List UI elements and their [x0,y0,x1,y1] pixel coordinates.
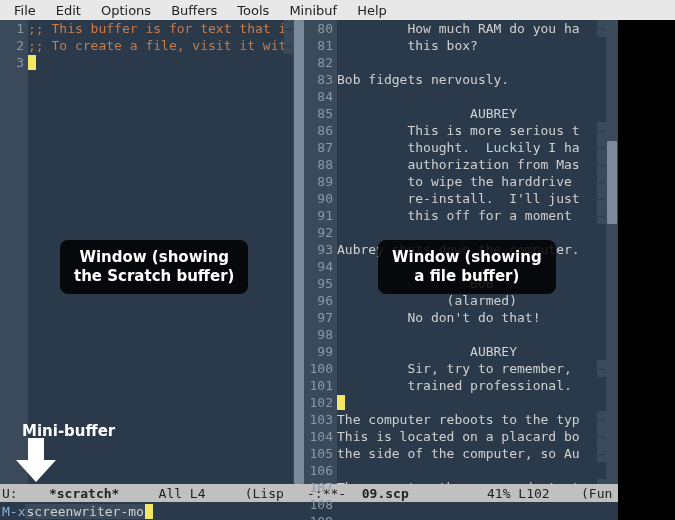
scratch-buffer-text[interactable]: ;; This buffer is for text that is→;; To… [28,20,293,484]
window-file[interactable]: 8081828384858687888990919293949596979899… [305,20,618,502]
menu-help[interactable]: Help [347,3,397,18]
minibuffer-prompt: M-x [2,504,25,519]
line-numbers-left: 123 [0,20,28,484]
scrollbar-left[interactable] [293,20,305,484]
menu-buffers[interactable]: Buffers [161,3,227,18]
buffer-name-left: *scratch* [49,486,119,501]
minibuffer-cursor [145,504,153,519]
modeline-right: -:**- 09.scp 41% L102 (Fun [305,484,618,502]
minibuffer-input[interactable]: screenwriter-mo [25,504,144,519]
menu-options[interactable]: Options [91,3,161,18]
menu-minibuf[interactable]: Minibuf [279,3,347,18]
buffer-name-right: 09.scp [362,486,409,501]
arrow-down-icon [12,436,60,484]
modeline-left: U: *scratch* All L4 (Lisp [0,484,305,502]
menu-edit[interactable]: Edit [46,3,91,18]
menu-bar: File Edit Options Buffers Tools Minibuf … [0,0,675,20]
file-buffer-text[interactable]: How much RAM do you ha→ this box?Bob fid… [337,20,606,484]
line-numbers-right: 8081828384858687888990919293949596979899… [305,20,337,484]
scrollbar-right[interactable] [606,20,618,484]
menu-tools[interactable]: Tools [227,3,279,18]
menu-file[interactable]: File [4,3,46,18]
emacs-frame: 123 ;; This buffer is for text that is→;… [0,20,618,520]
